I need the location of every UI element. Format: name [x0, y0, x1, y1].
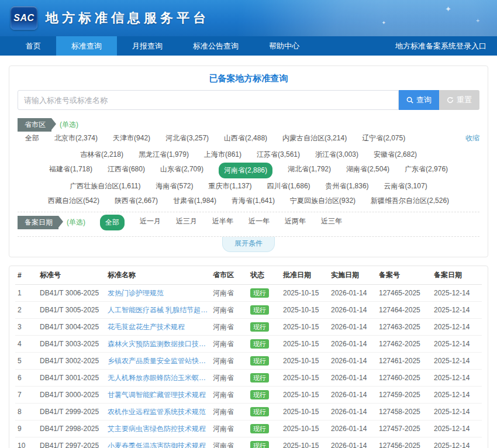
province-option[interactable]: 黑龙江省(1,979) — [139, 148, 189, 161]
date-option[interactable]: 近一月 — [140, 215, 161, 230]
status-cell: 现行 — [250, 356, 281, 366]
row-number: 7 — [18, 391, 37, 399]
province-option[interactable]: 江西省(680) — [108, 163, 145, 178]
row-number: 4 — [18, 340, 37, 348]
login-entry-link[interactable]: 地方标准备案系统登录入口 — [395, 36, 486, 56]
standard-name-link[interactable]: 森林火灾预防监测数据接口技术要求 — [108, 339, 210, 349]
province-option[interactable]: 广东省(2,976) — [405, 163, 448, 178]
approve-date-cell: 2025-10-15 — [283, 408, 329, 416]
province-options-more: 吉林省(2,218)黑龙江省(1,979)上海市(861)江苏省(3,561)浙… — [18, 147, 479, 208]
approve-date-cell: 2025-10-15 — [283, 357, 329, 365]
province-option[interactable]: 宁夏回族自治区(932) — [290, 194, 356, 208]
column-header: 备案日期 — [434, 270, 479, 280]
province-filter-row: 省市区 (单选) 全部北京市(2,374)天津市(942)河北省(3,257)山… — [18, 116, 479, 147]
province-single-select-hint: (单选) — [60, 120, 78, 130]
province-cell: 河南省 — [213, 356, 248, 366]
status-cell: 现行 — [250, 441, 281, 448]
province-option[interactable]: 湖南省(2,504) — [346, 163, 389, 178]
date-option[interactable]: 近两年 — [285, 215, 306, 230]
province-option[interactable]: 福建省(1,718) — [49, 163, 92, 178]
standard-name-link[interactable]: 发热门诊护理规范 — [108, 288, 210, 298]
nav-item-5[interactable]: 帮助中心 — [254, 36, 315, 56]
province-option[interactable]: 河南省(2,886) — [219, 163, 272, 178]
province-option[interactable]: 云南省(3,107) — [384, 180, 427, 193]
column-header: 状态 — [250, 270, 281, 280]
status-cell: 现行 — [250, 424, 281, 433]
date-option[interactable]: 全部 — [100, 215, 125, 230]
section-title: 已备案地方标准查询 — [18, 71, 479, 90]
sparkle-decoration: + — [476, 18, 479, 24]
province-cell: 河南省 — [213, 407, 248, 417]
status-badge: 现行 — [250, 373, 269, 382]
nav-item-3[interactable]: 月报查询 — [117, 36, 178, 56]
status-cell: 现行 — [250, 339, 281, 349]
date-option[interactable]: 近一年 — [248, 215, 270, 230]
query-button-label: 查询 — [416, 95, 432, 105]
standard-name-link[interactable]: 甘薯气调智能贮藏管理技术规程 — [108, 390, 210, 400]
province-option[interactable]: 山东省(2,709) — [160, 163, 203, 178]
expand-conditions-button[interactable]: 展开条件 — [222, 237, 275, 252]
standard-name-link[interactable]: 无人机释放赤眼蜂防治玉米螟技术规程 — [108, 373, 210, 383]
province-option[interactable]: 安徽省(2,682) — [374, 148, 417, 161]
province-option[interactable]: 河北省(3,257) — [165, 132, 209, 145]
province-option[interactable]: 吉林省(2,218) — [80, 148, 123, 161]
province-option[interactable]: 天津市(942) — [113, 132, 150, 145]
province-option[interactable]: 全部 — [25, 132, 39, 145]
status-badge: 现行 — [250, 356, 269, 366]
province-option[interactable]: 上海市(861) — [204, 148, 241, 161]
standard-number: DB41/T 3002-2025 — [40, 357, 105, 365]
impl-date-cell: 2026-01-14 — [331, 442, 377, 448]
nav-item-2[interactable]: 标准查询 — [56, 36, 117, 56]
record-number-cell: 127462-2025 — [379, 340, 432, 348]
province-cell: 河南省 — [213, 288, 248, 298]
standard-name-link[interactable]: 小麦春季低温冻害防御技术规程 — [108, 441, 210, 448]
province-option[interactable]: 四川省(1,686) — [267, 180, 310, 193]
standard-name-link[interactable]: 农机作业远程监管系统技术规范 — [108, 407, 210, 417]
collapse-link[interactable]: 收缩 — [465, 133, 479, 143]
province-option[interactable]: 内蒙古自治区(3,214) — [282, 132, 347, 145]
approve-date-cell: 2025-10-15 — [283, 306, 329, 314]
province-filter-label: 省市区 — [18, 118, 51, 132]
date-option[interactable]: 近三年 — [321, 215, 342, 230]
reset-button[interactable]: 重置 — [439, 90, 479, 110]
search-icon — [406, 97, 413, 104]
query-button[interactable]: 查询 — [399, 90, 439, 110]
province-option[interactable]: 广西壮族自治区(1,611) — [70, 180, 140, 193]
record-date-cell: 2025-12-14 — [434, 306, 479, 314]
province-option[interactable]: 甘肃省(1,984) — [173, 194, 216, 208]
reset-button-label: 重置 — [457, 95, 472, 105]
row-number: 1 — [18, 289, 37, 297]
province-option[interactable]: 辽宁省(2,075) — [362, 132, 405, 145]
approve-date-cell: 2025-10-15 — [283, 442, 329, 448]
nav-item-4[interactable]: 标准公告查询 — [178, 36, 254, 56]
province-option[interactable]: 西藏自治区(542) — [48, 194, 99, 208]
province-option[interactable]: 北京市(2,374) — [54, 132, 98, 145]
province-option[interactable]: 贵州省(1,836) — [326, 180, 369, 193]
record-date-cell: 2025-12-14 — [434, 357, 479, 365]
province-cell: 河南省 — [213, 339, 248, 349]
province-option[interactable]: 陕西省(2,667) — [115, 194, 158, 208]
search-input[interactable] — [18, 90, 399, 110]
table-row: 4DB41/T 3003-2025森林火灾预防监测数据接口技术要求河南省现行20… — [15, 336, 482, 353]
status-badge: 现行 — [250, 339, 269, 349]
standard-name-link[interactable]: 乡镇农产品质量安全监管站快速检测质量控制规范 — [108, 356, 210, 366]
province-option[interactable]: 海南省(572) — [156, 180, 194, 193]
province-option[interactable]: 重庆市(1,137) — [209, 180, 252, 193]
sac-logo-text: SAC — [13, 13, 34, 23]
table-row: 1DB41/T 3006-2025发热门诊护理规范河南省现行2025-10-15… — [15, 285, 482, 302]
nav-item-1[interactable]: 首页 — [11, 36, 56, 56]
standard-name-link[interactable]: 人工智能医疗器械 乳腺结节超声图像数据标注规范 — [108, 305, 210, 315]
impl-date-cell: 2026-01-14 — [331, 391, 377, 399]
standard-name-link[interactable]: 艾主要病虫害绿色防控技术规程 — [108, 424, 210, 434]
refresh-icon — [447, 97, 454, 104]
province-option[interactable]: 山西省(2,488) — [224, 132, 267, 145]
province-option[interactable]: 湖北省(1,792) — [288, 163, 331, 178]
standard-number: DB41/T 3001-2025 — [40, 374, 105, 382]
province-option[interactable]: 浙江省(3,003) — [315, 148, 358, 161]
province-option[interactable]: 新疆维吾尔自治区(2,526) — [371, 194, 449, 208]
province-option[interactable]: 青海省(1,641) — [232, 194, 275, 208]
date-option[interactable]: 近半年 — [212, 215, 233, 230]
standard-name-link[interactable]: 花毛茛盆花生产技术规程 — [108, 322, 210, 332]
date-option[interactable]: 近三月 — [176, 215, 197, 230]
province-option[interactable]: 江苏省(3,561) — [257, 148, 300, 161]
